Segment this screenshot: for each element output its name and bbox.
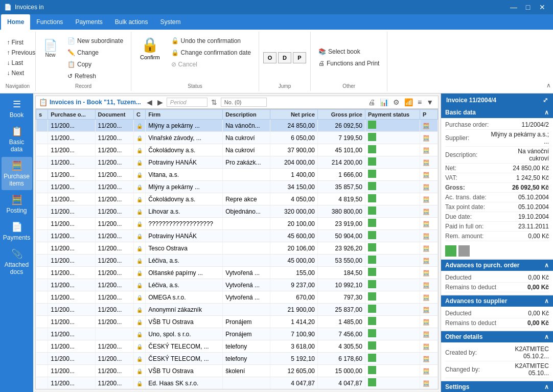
- col-c[interactable]: C: [134, 110, 146, 120]
- next-button[interactable]: ↓Next: [5, 68, 31, 78]
- select-book-button[interactable]: 📚 Select book: [315, 47, 383, 57]
- print-toolbar-button[interactable]: 🖨: [366, 98, 377, 107]
- table-row[interactable]: 11/200...11/200...🔒DHL s.r.o.37 000,0044…: [36, 389, 438, 390]
- menu-tab-system[interactable]: System: [154, 14, 187, 30]
- columns-toolbar-button[interactable]: 📶: [403, 98, 414, 107]
- menu-tab-functions[interactable]: Functions: [30, 14, 69, 30]
- detail-due-date: Due date: 19.10.2004: [445, 212, 549, 222]
- refresh-button[interactable]: ↺ Refresh: [64, 71, 127, 81]
- nav-right-button[interactable]: ▶: [156, 98, 165, 107]
- col-s[interactable]: s: [36, 110, 48, 120]
- col-description[interactable]: Description: [223, 110, 270, 120]
- sidebar-item-attached-docs[interactable]: 📎 Attached docs: [2, 245, 32, 279]
- col-payment-status[interactable]: Payment status: [365, 110, 420, 120]
- expand-icon[interactable]: ⤢: [543, 97, 548, 104]
- no-field[interactable]: No. (0): [221, 98, 267, 107]
- advances-purch-section-header[interactable]: Advances to purch. order ∧: [441, 260, 553, 271]
- settings-toolbar-button[interactable]: ⚙: [391, 98, 401, 107]
- cell-s: [36, 316, 48, 328]
- advances-supplier-section-header[interactable]: Advances to supplier ∧: [441, 295, 553, 307]
- table-row[interactable]: 11/200...🔒Uno, spol. s r.o.Pronájem7 100…: [36, 328, 438, 340]
- scrollbar-button[interactable]: ▼: [425, 98, 435, 107]
- cell-s: [36, 205, 48, 218]
- table-row[interactable]: 11/200...11/200...🔒Potraviny HANÁKPro za…: [36, 156, 438, 169]
- jump-p-button[interactable]: P: [293, 52, 306, 63]
- col-firm[interactable]: Firm: [146, 110, 223, 120]
- jump-o-button[interactable]: O: [263, 52, 276, 63]
- ribbon-collapse-button[interactable]: ∧: [544, 32, 553, 91]
- basic-data-section-header[interactable]: Basic data ∧: [441, 107, 553, 118]
- nav-left-button[interactable]: ◀: [145, 98, 154, 107]
- undo-confirmation-button[interactable]: 🔓 Undo the confirmation: [168, 36, 255, 46]
- jump-d-button[interactable]: D: [278, 52, 291, 63]
- change-confirmation-date-button[interactable]: 🔒 Change confirmation date: [168, 48, 255, 58]
- table-row[interactable]: 11/200...11/200...🔒Vinařské závody, ...N…: [36, 132, 438, 144]
- maximize-button[interactable]: □: [521, 2, 535, 12]
- col-document[interactable]: Document: [95, 110, 133, 120]
- confirm-button[interactable]: 🔒 Confirm: [135, 34, 165, 63]
- cell-gross_price: 23 926,20: [318, 242, 365, 255]
- new-subordinate-icon: 📄: [67, 37, 75, 44]
- cell-payment_status: [365, 365, 420, 377]
- table-row[interactable]: 11/200...11/200...🔒Léčiva, a.s.Vytvořená…: [36, 279, 438, 291]
- cell-net_price: 320 000,00: [270, 205, 318, 218]
- cell-s: [36, 230, 48, 242]
- posting-sidebar-icon: 🧮: [11, 194, 22, 205]
- copy-button[interactable]: 📋 Copy: [64, 59, 127, 70]
- table-row[interactable]: 11/200...11/200...🔒Čokoládovny a.s.Na cu…: [36, 144, 438, 156]
- new-button[interactable]: 📄 New: [40, 34, 61, 64]
- cell-firm: Potraviny HANÁK: [146, 230, 223, 242]
- table-row[interactable]: 11/200...11/200...🔒Mlýny a pekárny ...Na…: [36, 120, 438, 132]
- table-row[interactable]: 11/200...11/200...🔒Tesco Ostrava20 106,0…: [36, 242, 438, 255]
- copy-icon: 📋: [67, 61, 75, 68]
- change-button[interactable]: ✏️ Change: [64, 48, 127, 58]
- period-field[interactable]: Period: [167, 98, 208, 107]
- sidebar-item-posting[interactable]: 🧮 Posting: [2, 191, 32, 217]
- col-purchase-order[interactable]: Purchase o...: [48, 110, 95, 120]
- period-options-button[interactable]: ⇅: [210, 98, 219, 107]
- table-row[interactable]: 11/200...11/200...🔒Vitana, a.s.1 400,001…: [36, 169, 438, 181]
- table-row[interactable]: 11/200...11/200...🔒???????????????????20…: [36, 218, 438, 230]
- table-row[interactable]: 11/200...11/200...🔒Potraviny HANÁK45 600…: [36, 230, 438, 242]
- date-icon: 🔒: [171, 49, 179, 56]
- table-row[interactable]: 11/200...11/200...🔒Olšanské papírny ...V…: [36, 267, 438, 279]
- table-row[interactable]: 11/200...11/200...🔒Anonymní zákazník21 9…: [36, 304, 438, 316]
- other-details-section-header[interactable]: Other details ∧: [441, 331, 553, 342]
- record-group-label: Record: [75, 81, 91, 89]
- new-subordinate-button[interactable]: 📄 New subordinate: [64, 36, 127, 46]
- sidebar-item-purchase-items[interactable]: 🧮 Purchase items: [2, 157, 32, 190]
- table-row[interactable]: 11/200...11/200...🔒VŠB TU Ostravaškolení…: [36, 365, 438, 377]
- detail-paid-full: Paid in full on: 23.11.2011: [445, 222, 549, 232]
- col-p[interactable]: P: [420, 110, 438, 120]
- table-row[interactable]: 11/200...11/200...🔒Lihovar a.s.Objednáno…: [36, 205, 438, 218]
- menu-tab-home[interactable]: Home: [1, 14, 30, 30]
- close-button[interactable]: ✕: [536, 2, 549, 12]
- table-row[interactable]: 11/200...11/200...🔒Léčiva, a.s.45 000,00…: [36, 255, 438, 267]
- last-button[interactable]: ↓Last: [5, 58, 31, 67]
- table-row[interactable]: 11/200...11/200...🔒Mlýny a pekárny ...34…: [36, 181, 438, 193]
- menu-tab-bulk-actions[interactable]: Bulk actions: [109, 14, 154, 30]
- table-row[interactable]: 11/200...11/200...🔒VŠB TU OstravaPronáje…: [36, 316, 438, 328]
- table-row[interactable]: 11/200...11/200...🔒Ed. Haas SK s.r.o.4 0…: [36, 377, 438, 389]
- sidebar-item-payments[interactable]: 📄 Payments: [2, 218, 32, 244]
- table-row[interactable]: 11/200...11/200...🔒ČESKÝ TELECOM, ...tel…: [36, 353, 438, 365]
- minimize-button[interactable]: —: [507, 2, 520, 12]
- table-row[interactable]: 11/200...11/200...🔒OMEGA s.r.o.Vytvořená…: [36, 291, 438, 304]
- cell-gross_price: 35 857,50: [318, 181, 365, 193]
- cell-purchase_order: 11/200...: [48, 144, 95, 156]
- chart-toolbar-button[interactable]: 📊: [378, 98, 390, 107]
- settings-section-header[interactable]: Settings ∧: [441, 381, 553, 392]
- previous-button[interactable]: ↑Previous: [5, 48, 31, 57]
- col-net-price[interactable]: Net price: [270, 110, 318, 120]
- menu-tab-payments[interactable]: Payments: [69, 14, 108, 30]
- sidebar-item-book[interactable]: ☰ Book: [2, 96, 32, 122]
- col-gross-price[interactable]: Gross price: [318, 110, 365, 120]
- table-row[interactable]: 11/200...11/200...🔒ČESKÝ TELECOM, ...tel…: [36, 340, 438, 353]
- functions-print-button[interactable]: 🖨 Functions and Print: [315, 58, 383, 68]
- ribbon-group-jump: O D P Jump: [259, 32, 311, 91]
- table-row[interactable]: 11/200...11/200...🔒Čokoládovny a.s.Repre…: [36, 193, 438, 205]
- first-button[interactable]: ↑First: [5, 38, 31, 47]
- sidebar-item-basic-data[interactable]: 📋 Basic data: [2, 123, 32, 156]
- cancel-button[interactable]: ⊘ Cancel: [168, 59, 255, 70]
- more-toolbar-button[interactable]: ≡: [416, 98, 423, 107]
